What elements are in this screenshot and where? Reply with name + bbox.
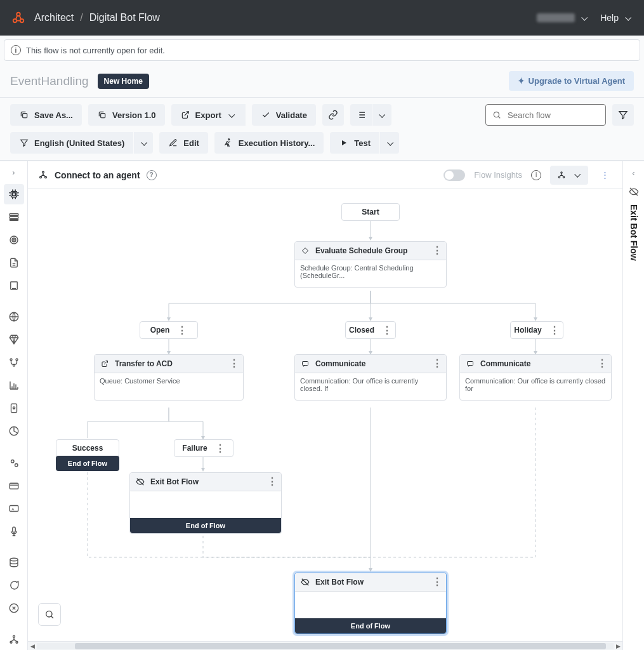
start-node[interactable]: Start: [341, 203, 400, 221]
edit-button[interactable]: Edit: [159, 132, 208, 154]
branch-label: Closed: [349, 326, 374, 335]
user-menu[interactable]: [537, 13, 589, 23]
evaluate-schedule-node[interactable]: Evaluate Schedule Group ⋮ Schedule Group…: [294, 241, 447, 288]
eof-success: End of Flow: [56, 456, 119, 471]
node-menu[interactable]: ⋮: [597, 359, 607, 369]
language-dropdown[interactable]: [134, 132, 153, 154]
version-button[interactable]: Version 1.0: [88, 104, 165, 126]
rail-item-chip[interactable]: [4, 184, 24, 204]
test-button[interactable]: Test: [330, 132, 379, 154]
breadcrumb-root[interactable]: Architect: [34, 12, 74, 23]
pencil-icon: [168, 138, 178, 148]
rail-item-branch[interactable]: [4, 352, 24, 373]
branch-holiday[interactable]: Holiday ⋮: [510, 321, 563, 339]
rail-item-id[interactable]: A: [4, 498, 24, 519]
view-dropdown[interactable]: [550, 166, 588, 185]
search-flow-field[interactable]: [506, 110, 615, 121]
insights-toggle[interactable]: [444, 169, 465, 181]
help-menu[interactable]: Help: [600, 13, 633, 23]
node-menu[interactable]: ⋮: [432, 359, 442, 369]
export-button[interactable]: Export: [171, 104, 246, 126]
rail-collapse[interactable]: ›: [0, 164, 27, 182]
rail-item-document[interactable]: [4, 253, 24, 273]
svg-point-0: [16, 13, 20, 17]
filter-button[interactable]: [612, 104, 634, 126]
list-button[interactable]: [350, 104, 372, 126]
right-panel-title[interactable]: Exit Bot Flow: [629, 202, 639, 261]
list-dropdown[interactable]: [372, 104, 391, 126]
node-menu[interactable]: ⋮: [267, 477, 277, 487]
rail-item-target[interactable]: [4, 230, 24, 250]
link-icon: [328, 110, 338, 120]
chevron-right-icon: ›: [9, 168, 19, 178]
canvas-search-button[interactable]: [38, 603, 61, 626]
right-rail-collapse[interactable]: ‹: [623, 164, 644, 182]
node-menu[interactable]: ⋮: [432, 246, 442, 256]
node-title: Exit Bot Flow: [315, 578, 364, 587]
svg-point-2: [20, 19, 24, 23]
svg-point-5: [494, 112, 499, 117]
eye-off-icon: [629, 187, 639, 197]
branch-menu[interactable]: ⋮: [378, 324, 392, 336]
rail-item-gears[interactable]: [4, 453, 24, 473]
info-icon[interactable]: i: [531, 170, 541, 180]
branch-open[interactable]: Open ⋮: [140, 321, 198, 339]
svg-point-18: [16, 359, 18, 361]
branch-menu[interactable]: ⋮: [173, 324, 187, 336]
svg-point-33: [43, 171, 44, 173]
rail-item-globe[interactable]: [4, 307, 24, 327]
sparkle-icon: ✦: [518, 76, 525, 86]
upgrade-button[interactable]: ✦ Upgrade to Virtual Agent: [509, 71, 634, 91]
rail-item-book[interactable]: [4, 275, 24, 296]
rail-item-circle-x[interactable]: [4, 598, 24, 618]
node-body: [295, 592, 446, 618]
test-dropdown[interactable]: [380, 132, 399, 154]
branch-failure[interactable]: Failure ⋮: [174, 439, 233, 457]
communicate-closed-node[interactable]: Communicate ⋮ Communication: Our office …: [294, 354, 447, 401]
rail-item-card[interactable]: [4, 475, 24, 496]
communicate-holiday-node[interactable]: Communicate ⋮ Communication: Our office …: [459, 354, 612, 401]
rail-item-pie[interactable]: [4, 421, 24, 441]
rail-item-mic[interactable]: [4, 521, 24, 541]
branch-label: Success: [72, 444, 103, 453]
eye-off-icon: [135, 477, 145, 487]
eof-label: End of Flow: [186, 522, 225, 529]
rail-item-file-down[interactable]: [4, 398, 24, 418]
branch-success[interactable]: Success: [56, 439, 119, 457]
node-menu[interactable]: ⋮: [432, 577, 442, 587]
branch-menu[interactable]: ⋮: [546, 324, 560, 336]
rail-item-chat[interactable]: [4, 575, 24, 595]
exit-bot-flow-node-1[interactable]: Exit Bot Flow ⋮ End of Flow: [129, 472, 282, 534]
link-button[interactable]: [322, 104, 344, 126]
new-home-badge[interactable]: New Home: [98, 74, 149, 89]
svg-rect-10: [10, 216, 18, 218]
validate-button[interactable]: Validate: [252, 104, 316, 126]
horizontal-scrollbar[interactable]: ◀ ▶: [28, 641, 622, 650]
breadcrumb-flow-type[interactable]: Digital Bot Flow: [89, 12, 160, 23]
search-flow-input[interactable]: [485, 104, 606, 126]
branch-menu[interactable]: ⋮: [211, 442, 225, 454]
rail-item-chart[interactable]: [4, 375, 24, 395]
exit-bot-flow-node-2[interactable]: Exit Bot Flow ⋮ End of Flow: [294, 573, 447, 634]
scroll-right-button[interactable]: ▶: [614, 642, 622, 651]
rail-item-layers[interactable]: [4, 207, 24, 227]
node-menu[interactable]: ⋮: [229, 359, 239, 369]
node-title: Exit Bot Flow: [150, 477, 199, 486]
branch-closed[interactable]: Closed ⋮: [345, 321, 396, 339]
save-as-button[interactable]: Save As...: [10, 104, 82, 126]
more-menu[interactable]: ⋮: [597, 166, 612, 185]
language-button[interactable]: English (United States): [10, 132, 133, 154]
filter-icon: [618, 110, 628, 120]
transfer-acd-node[interactable]: Transfer to ACD ⋮ Queue: Customer Servic…: [94, 354, 244, 401]
rail-item-tree[interactable]: [4, 630, 24, 650]
svg-point-37: [558, 176, 560, 177]
history-button[interactable]: Execution History...: [214, 132, 324, 154]
scroll-left-button[interactable]: ◀: [28, 642, 37, 651]
rail-item-diamond[interactable]: [4, 329, 24, 350]
scroll-track[interactable]: [37, 643, 614, 649]
rail-item-database[interactable]: [4, 552, 24, 573]
flow-canvas[interactable]: Start Evaluate Schedule Group ⋮ Schedule…: [28, 189, 622, 641]
svg-point-32: [16, 641, 18, 643]
help-icon[interactable]: ?: [147, 170, 157, 180]
scroll-thumb[interactable]: [75, 643, 606, 649]
